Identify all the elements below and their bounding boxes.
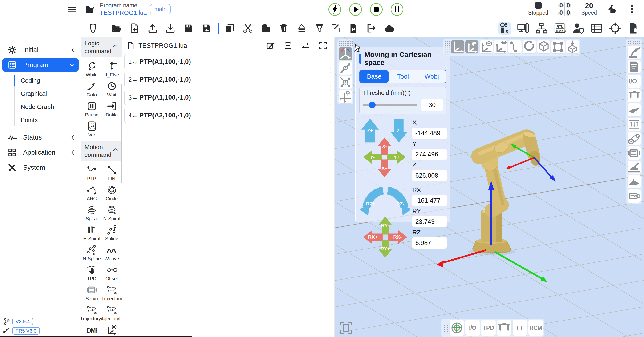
3d-viewport[interactable]: MM I/O I/OTPDFTRCM Moving in Cartesian s… — [335, 37, 644, 337]
jog-ry-plus[interactable]: RY+ — [379, 240, 392, 258]
rtu-modbus-button[interactable]: RTUmodbus — [554, 22, 566, 34]
jog-rx-plus[interactable]: RX+ — [363, 230, 383, 244]
command-servo[interactable]: Servo — [82, 285, 102, 302]
command-trajectory[interactable]: Trajectory — [102, 285, 122, 302]
drag-handle[interactable] — [443, 321, 448, 335]
kebab-menu-icon[interactable] — [626, 3, 638, 14]
focus-view-button[interactable] — [339, 321, 354, 335]
locate-pin-button[interactable] — [339, 90, 352, 103]
stop-button[interactable] — [370, 3, 383, 16]
bottom-tool-tpd[interactable]: TPD — [481, 320, 496, 336]
io-card-button[interactable]: I/O — [628, 75, 641, 88]
funnel-button[interactable] — [314, 23, 325, 34]
command-wptrsf[interactable]: WPTrsf — [102, 325, 122, 337]
jog-z-plus[interactable]: Z+ — [361, 119, 379, 142]
frame-flange-button[interactable] — [494, 40, 507, 53]
copy-button[interactable] — [225, 23, 236, 34]
sidebar-subitem-graphical[interactable]: Graphical — [0, 87, 81, 100]
drag-hand-icon[interactable] — [606, 3, 617, 14]
axis-value-ry[interactable]: 23.749 — [412, 216, 447, 227]
circle-o-button[interactable] — [523, 40, 536, 53]
hamburger-menu-icon[interactable] — [66, 4, 77, 15]
command-lin[interactable]: LIN — [102, 164, 122, 181]
command-ptp[interactable]: PTP — [82, 164, 102, 181]
crosshair-button[interactable] — [609, 22, 622, 34]
file-new-button[interactable] — [129, 23, 140, 34]
gripper-button[interactable] — [628, 89, 641, 102]
sidebar-subitem-node-graph[interactable]: Node Graph — [0, 100, 81, 113]
panel-drag-handle[interactable] — [359, 54, 361, 63]
sidebar-item-program[interactable]: Program — [2, 58, 79, 71]
import-box-button[interactable] — [566, 40, 579, 53]
axis-value-x[interactable]: -144.489 — [412, 128, 447, 139]
servo-motor-button[interactable] — [628, 146, 641, 160]
cloud-button[interactable] — [384, 23, 395, 34]
joint-s-button[interactable]: S — [498, 22, 511, 34]
program-line-2[interactable]: 2↔ PTP(A2,100,-1,0) — [124, 72, 331, 87]
version-badge[interactable]: FR5 V6.0 — [12, 327, 40, 335]
command-dofile[interactable]: Dofile — [102, 101, 122, 118]
motion-command-header[interactable]: Motion command — [81, 141, 122, 161]
trash-button[interactable] — [278, 23, 289, 34]
threshold-slider[interactable] — [363, 102, 418, 108]
slider-thumb[interactable] — [369, 102, 376, 108]
file-export-button[interactable] — [366, 23, 377, 34]
program-line-4[interactable]: 4↔ PTP(A2,100,-1,0) — [124, 108, 331, 123]
program-line-3[interactable]: 3↔ PTP(A1,100,-1,0) — [124, 90, 331, 105]
bottom-tool-rcm[interactable]: RCM — [528, 320, 543, 336]
lift-button[interactable] — [628, 118, 641, 131]
command-weave[interactable]: Weave — [102, 245, 122, 262]
command-circle[interactable]: Circle — [102, 185, 122, 201]
move-multi-button[interactable]: M — [339, 76, 352, 89]
play-button[interactable] — [349, 3, 362, 16]
user-shield-button[interactable] — [572, 22, 585, 34]
jog-rz-plus[interactable]: RZ+ — [359, 191, 383, 216]
tab-tool[interactable]: Tool — [388, 70, 417, 83]
jog-x-minus[interactable]: X- — [378, 138, 391, 155]
command-offset[interactable]: Offset — [102, 265, 122, 282]
belt-button[interactable] — [628, 132, 641, 145]
command-pause[interactable]: Pause — [82, 101, 102, 118]
jog-rz-minus[interactable]: RZ- — [388, 191, 410, 216]
command-spline[interactable]: Spline — [102, 225, 122, 242]
program-file-name[interactable]: TESTPROG1.lua — [100, 9, 147, 17]
network-button[interactable] — [535, 22, 548, 34]
command-arc[interactable]: ARC — [82, 185, 102, 201]
sidebar-item-status[interactable]: Status — [0, 130, 81, 145]
robot-arm-button[interactable] — [628, 46, 641, 59]
jog-ry-minus[interactable]: RY- — [379, 216, 392, 234]
save-button[interactable] — [183, 23, 194, 34]
frame-tool-button[interactable] — [465, 40, 478, 53]
logic-command-header[interactable]: Logic command — [81, 37, 122, 57]
command-scrollbar[interactable] — [120, 84, 122, 183]
monitor-pc-button[interactable] — [517, 22, 530, 34]
command-var[interactable]: i = 1j = 2k = 3 Var — [82, 121, 102, 138]
tab-wobj[interactable]: Wobj — [417, 70, 446, 83]
jog-y-plus[interactable]: Y+ — [387, 151, 406, 164]
pause-button[interactable] — [391, 3, 403, 16]
command-if_else[interactable]: If_Else — [102, 61, 122, 78]
command-h-spiral[interactable]: H-Spiral — [82, 225, 102, 242]
jog-x-plus[interactable]: X+ — [378, 160, 391, 177]
positioner-button[interactable] — [628, 161, 641, 174]
edit-square-button[interactable] — [330, 23, 341, 34]
power-bolt-button[interactable] — [328, 3, 341, 16]
axis-value-rx[interactable]: -161.477 — [412, 195, 447, 206]
save-as-button[interactable] — [201, 23, 212, 34]
command-trajectoryla[interactable]: LA TrajectoryLA — [102, 305, 122, 322]
file-p-button[interactable]: P — [348, 23, 359, 34]
bottom-tool-ft[interactable]: FT — [512, 320, 527, 336]
command-dmp[interactable]: DMP DMP — [82, 325, 102, 337]
edit-line-button[interactable] — [266, 41, 275, 50]
sidebar-item-system[interactable]: System — [0, 160, 81, 175]
move-single-button[interactable]: M — [339, 61, 352, 75]
sidebar-subitem-points[interactable]: Points — [0, 113, 81, 127]
axes-colored-button[interactable] — [339, 47, 352, 60]
command-wait[interactable]: Wait — [102, 81, 122, 98]
axis-value-rz[interactable]: 6.987 — [412, 237, 447, 249]
drag-handle[interactable] — [338, 40, 353, 46]
download-button[interactable] — [165, 23, 176, 34]
speed-indicator[interactable]: 20 Speed — [581, 2, 597, 16]
tab-base[interactable]: Base — [360, 70, 388, 83]
fullscreen-button[interactable] — [318, 41, 328, 50]
